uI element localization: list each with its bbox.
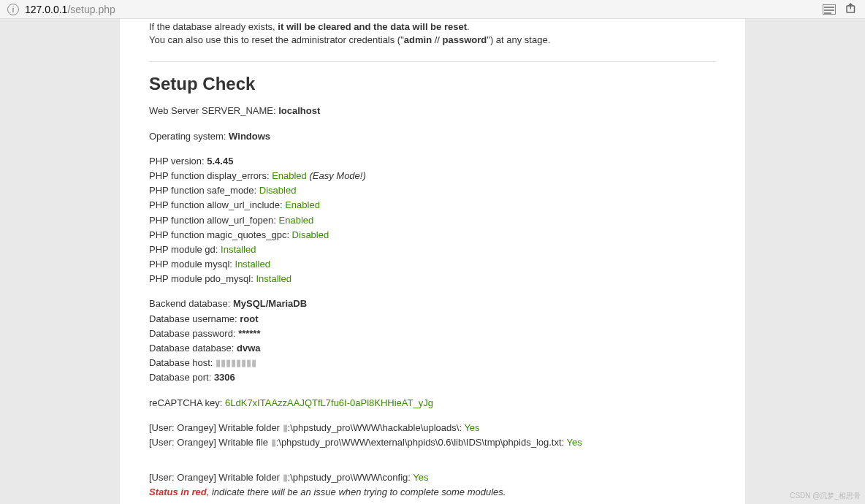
database-line: Database host: ▮▮▮▮▮▮▮▮	[149, 356, 716, 370]
php-func-line: PHP function allow_url_fopen: Enabled	[149, 214, 716, 227]
translate-icon[interactable]	[823, 4, 836, 15]
writable-uploads: [User: Orangey] Writable folder ▮:\phpst…	[149, 421, 716, 435]
php-func-line: PHP function magic_quotes_gpc: Disabled	[149, 229, 716, 242]
divider	[149, 61, 716, 62]
page-content: If the database already exists, it will …	[120, 19, 745, 504]
php-func-line: PHP function allow_url_include: Enabled	[149, 199, 716, 212]
writable-phpids-log: [User: Orangey] Writable file ▮:\phpstud…	[149, 436, 716, 449]
setup-check-body: Web Server SERVER_NAME: localhost Operat…	[149, 104, 716, 504]
php-func-line: PHP module pdo_mysql: Installed	[149, 272, 716, 286]
php-func-line: PHP function display_errors: Enabled (Ea…	[149, 169, 716, 183]
url-path: /setup.php	[67, 4, 115, 15]
database-line: Database password: ******	[149, 327, 716, 340]
php-func-line: PHP function safe_mode: Disabled	[149, 184, 716, 197]
prelude-text: If the database already exists, it will …	[149, 19, 716, 47]
url-host: 127.0.0.1	[25, 4, 67, 15]
share-icon[interactable]	[845, 1, 858, 17]
database-line: Database username: root	[149, 313, 716, 326]
writable-config: [User: Orangey] Writable folder ▮:\phpst…	[149, 471, 716, 484]
php-func-line: PHP module mysql: Installed	[149, 258, 716, 271]
address-bar[interactable]: i 127.0.0.1/setup.php	[0, 0, 865, 19]
database-line: Backend database: MySQL/MariaDB	[149, 297, 716, 310]
status-in-red-note: Status in red, indicate there will be an…	[149, 486, 716, 499]
setup-check-heading: Setup Check	[149, 74, 716, 94]
database-line: Database port: 3306	[149, 371, 716, 384]
php-func-line: PHP module gd: Installed	[149, 243, 716, 256]
site-info-icon[interactable]: i	[7, 4, 19, 15]
recaptcha-key: 6LdK7xITAAzzAAJQTfL7fu6I-0aPl8KHHieAT_yJ…	[225, 397, 433, 408]
csdn-watermark: CSDN @沉梦_相思骨	[790, 491, 861, 501]
database-line: Database database: dvwa	[149, 342, 716, 355]
